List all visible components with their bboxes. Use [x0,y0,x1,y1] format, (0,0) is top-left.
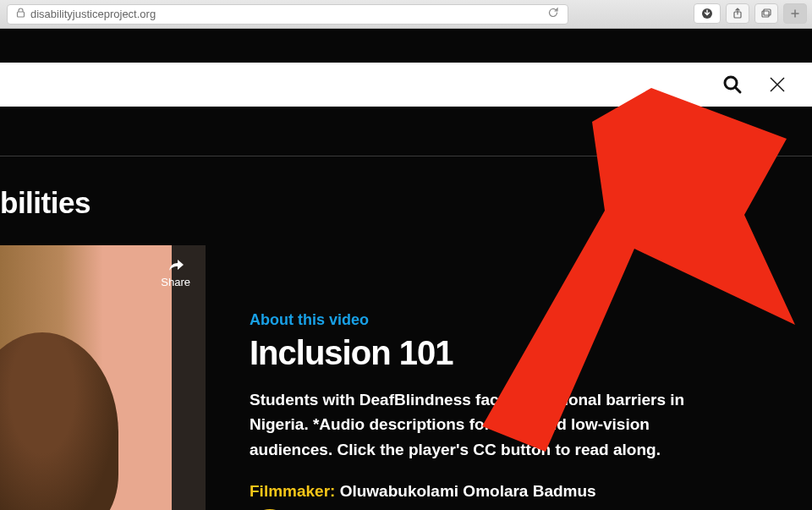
downloads-button[interactable] [694,3,721,24]
browser-actions [694,3,807,24]
svg-rect-3 [762,11,769,17]
filmmaker-name: Oluwabukolami Omolara Badmus [340,482,596,500]
share-button[interactable] [726,3,749,24]
video-still [0,332,118,510]
lock-icon [16,8,25,20]
search-icon[interactable] [722,74,743,95]
video-description: Students with DeafBlindness face educati… [250,387,706,462]
url-bar[interactable]: disabilityjusticeproject.org [7,4,568,25]
new-tab-button[interactable] [783,3,807,24]
browser-toolbar: disabilityjusticeproject.org [0,0,812,29]
share-label: Share [161,276,190,288]
divider [0,156,812,156]
filmmaker-label: Filmmaker: [250,482,335,500]
video-thumbnail[interactable]: Share [0,245,206,510]
site-header [0,63,812,107]
filmmaker-line: Filmmaker: Oluwabukolami Omolara Badmus [250,482,706,501]
svg-line-6 [735,87,740,92]
page-content: bilities Share About this video Inclusio… [0,29,812,510]
svg-rect-0 [18,12,25,17]
video-share-button[interactable]: Share [161,257,190,288]
eyebrow: About this video [250,311,706,329]
video-title: Inclusion 101 [250,334,706,372]
svg-rect-4 [764,9,771,15]
section-heading-fragment: bilities [0,186,91,220]
video-details: About this video Inclusion 101 Students … [250,311,706,510]
url-text: disabilityjusticeproject.org [30,8,156,20]
reload-icon[interactable] [547,7,559,21]
tabs-button[interactable] [754,3,778,24]
close-icon[interactable] [768,75,787,94]
